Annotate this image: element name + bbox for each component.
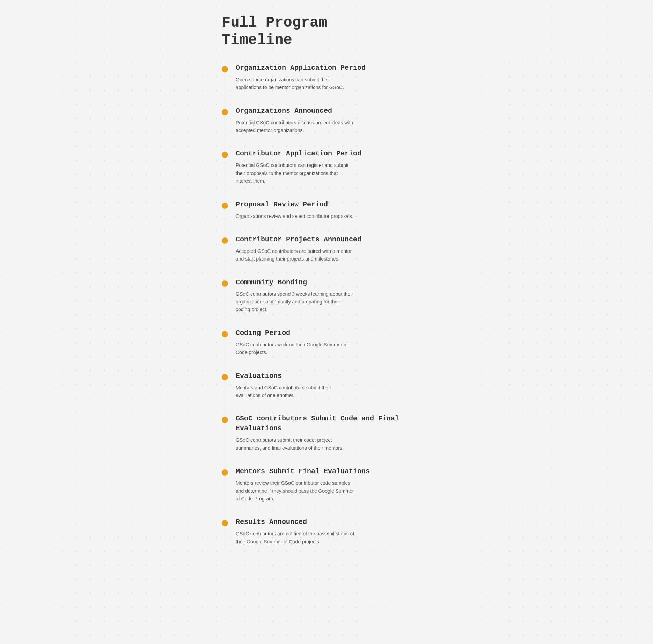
timeline-item: Contributor Application PeriodPotential … [222, 149, 438, 185]
timeline-item-description: GSoC contributors submit their code, pro… [236, 436, 354, 452]
timeline-item: GSoC contributors Submit Code and Final … [222, 414, 438, 452]
timeline-item-description: Mentors review their GSoC contributor co… [236, 479, 354, 503]
timeline-item-description: GSoC contributors spend 3 weeks learning… [236, 290, 354, 314]
timeline-item-description: Mentors and GSoC contributors submit the… [236, 384, 354, 400]
timeline-item-title: Contributor Application Period [236, 149, 438, 159]
page-container: Full Program Timeline Organization Appli… [194, 0, 459, 581]
timeline-item: Results AnnouncedGSoC contributors are n… [222, 517, 438, 546]
timeline-item: Contributor Projects AnnouncedAccepted G… [222, 235, 438, 263]
timeline-item-title: Evaluations [236, 371, 438, 381]
timeline-item-title: GSoC contributors Submit Code and Final … [236, 414, 438, 433]
timeline-item: Proposal Review PeriodOrganizations revi… [222, 200, 438, 220]
timeline-item-description: Organizations review and select contribu… [236, 212, 354, 220]
page-title: Full Program Timeline [222, 14, 438, 49]
timeline-item-description: GSoC contributors are notified of the pa… [236, 530, 354, 546]
timeline-item-description: GSoC contributors work on their Google S… [236, 341, 354, 357]
timeline-item-description: Potential GSoC contributors discuss proj… [236, 119, 354, 134]
timeline-item: Organization Application PeriodOpen sour… [222, 63, 438, 92]
timeline-item: Mentors Submit Final EvaluationsMentors … [222, 467, 438, 503]
timeline-item-title: Contributor Projects Announced [236, 235, 438, 244]
timeline-item-title: Coding Period [236, 328, 438, 338]
timeline-item-title: Results Announced [236, 517, 438, 527]
timeline: Organization Application PeriodOpen sour… [222, 63, 438, 546]
timeline-item-title: Mentors Submit Final Evaluations [236, 467, 438, 476]
timeline-item-description: Accepted GSoC contributors are paired wi… [236, 247, 354, 263]
timeline-item: Coding PeriodGSoC contributors work on t… [222, 328, 438, 357]
timeline-item: Organizations AnnouncedPotential GSoC co… [222, 106, 438, 134]
timeline-item-title: Proposal Review Period [236, 200, 438, 210]
timeline-item-description: Potential GSoC contributors can register… [236, 161, 354, 185]
timeline-item-title: Organizations Announced [236, 106, 438, 116]
timeline-item-title: Community Bonding [236, 278, 438, 287]
timeline-item: EvaluationsMentors and GSoC contributors… [222, 371, 438, 400]
timeline-item: Community BondingGSoC contributors spend… [222, 278, 438, 314]
timeline-item-title: Organization Application Period [236, 63, 438, 73]
timeline-item-description: Open source organizations can submit the… [236, 76, 354, 92]
